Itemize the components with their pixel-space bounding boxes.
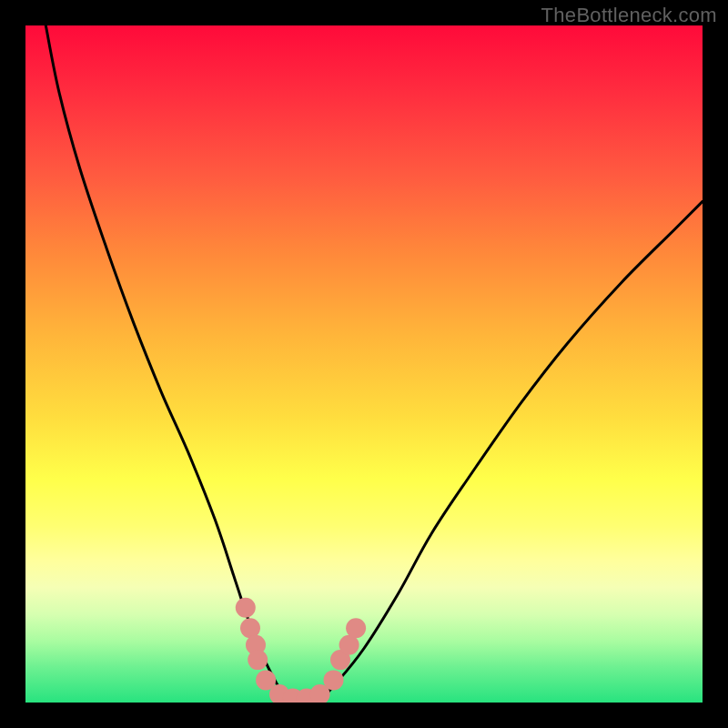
highlight-dot: [324, 670, 344, 690]
highlight-dot: [248, 650, 268, 670]
plot-area: [25, 25, 703, 703]
highlight-dot: [236, 598, 256, 618]
chart-svg: [25, 25, 703, 703]
chart-frame: TheBottleneck.com: [0, 0, 728, 728]
highlight-dot: [346, 618, 366, 638]
highlight-dot: [240, 618, 260, 638]
highlight-dots: [236, 598, 366, 703]
watermark-text: TheBottleneck.com: [541, 4, 717, 27]
bottleneck-curve: [46, 25, 703, 703]
